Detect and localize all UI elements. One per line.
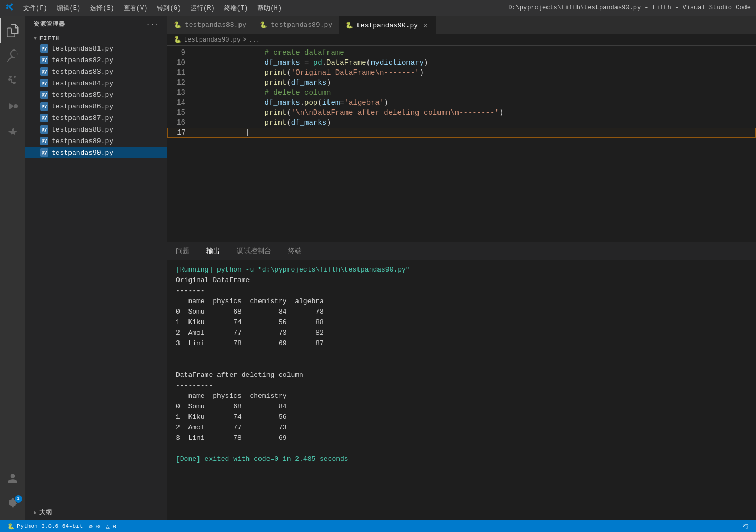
terminal-line: 3 Lini 78 69 [176,433,748,444]
text-cursor [247,129,248,136]
status-python[interactable]: 🐍 Python 3.8.6 64-bit [4,523,86,530]
menu-view[interactable]: 查看(V) [120,3,152,14]
activity-item-extensions[interactable] [0,119,25,144]
file-label: testpandas83.py [52,68,113,76]
python-file-icon: py [40,79,48,87]
panel-tab-problems[interactable]: 问题 [167,242,198,260]
line-number: 10 [167,58,194,68]
terminal-line: Original DataFrame [176,275,748,286]
file-label: testpandas82.py [52,56,113,64]
terminal-line: DataFrame after deleting column [176,370,748,380]
line-number: 12 [167,78,194,88]
sidebar-item-testpandas88[interactable]: py testpandas88.py [25,124,167,135]
tab-testpandas88[interactable]: 🐍 testpandas88.py [167,16,253,34]
code-content: 9 # create dataframe 10 df_marks = pd.Da… [167,46,756,242]
sidebar-item-testpandas90[interactable]: py testpandas90.py [25,147,167,158]
sidebar-item-testpandas82[interactable]: py testpandas82.py [25,54,167,66]
tree-root-fifth[interactable]: ▼ FIFTH [25,34,167,43]
code-editor[interactable]: 9 # create dataframe 10 df_marks = pd.Da… [167,46,756,242]
panel-tab-output[interactable]: 输出 [198,242,228,260]
line-number: 15 [167,108,194,118]
terminal-line: ------- [176,286,748,296]
status-errors[interactable]: ⊗ 0 [86,523,103,530]
activity-item-settings[interactable]: 1 [0,491,25,516]
terminal-line [176,349,748,359]
activity-item-run[interactable] [0,94,25,119]
activity-bar: 1 [0,16,25,520]
svg-point-0 [14,104,18,108]
menu-terminal[interactable]: 终端(T) [220,3,253,14]
menu-edit[interactable]: 编辑(E) [53,3,85,14]
tab-testpandas89[interactable]: 🐍 testpandas89.py [253,16,339,34]
panel-tab-terminal[interactable]: 终端 [280,242,310,260]
main-container: 1 资源管理器 ··· ▼ FIFTH py testpandas81.py [0,16,756,520]
python-file-icon: py [40,125,48,134]
sidebar-item-testpandas87[interactable]: py testpandas87.py [25,112,167,124]
terminal-line: --------- [176,380,748,391]
sidebar-item-testpandas89[interactable]: py testpandas89.py [25,135,167,147]
file-label: testpandas90.py [52,149,113,157]
file-label: testpandas86.py [52,103,113,111]
sidebar-item-testpandas84[interactable]: py testpandas84.py [25,77,167,89]
terminal-line: 0 Somu 68 84 78 [176,307,748,317]
menu-file[interactable]: 文件(F) [19,3,52,14]
chevron-down-icon: ▼ [34,36,37,42]
menu-select[interactable]: 选择(S) [86,3,118,14]
sidebar-title: 资源管理器 [34,20,65,28]
line-number: 17 [168,128,194,138]
activity-item-account[interactable] [0,466,25,491]
terminal-line: name physics chemistry algebra [176,296,748,307]
sidebar: 资源管理器 ··· ▼ FIFTH py testpandas81.py py … [25,16,167,520]
line-number: 9 [167,48,194,58]
activity-item-source-control[interactable] [0,68,25,94]
menu-help[interactable]: 帮助(H) [253,3,286,14]
sidebar-item-testpandas85[interactable]: py testpandas85.py [25,89,167,101]
status-line-label[interactable]: 行 [740,523,752,530]
sidebar-actions[interactable]: ··· [146,21,158,27]
activity-item-search[interactable] [0,43,25,68]
sidebar-item-testpandas81[interactable]: py testpandas81.py [25,43,167,54]
python-file-icon: py [40,91,48,99]
terminal-line [176,359,748,370]
file-label: testpandas84.py [52,79,113,87]
menu-bar: 文件(F) 编辑(E) 选择(S) 查看(V) 转到(G) 运行(R) 终端(T… [19,3,286,14]
menu-goto[interactable]: 转到(G) [153,3,185,14]
tab-close-button[interactable]: ✕ [421,21,430,29]
python-tab-icon: 🐍 [345,22,353,29]
titlebar: 文件(F) 编辑(E) 选择(S) 查看(V) 转到(G) 运行(R) 终端(T… [0,0,756,16]
python-breadcrumb-icon: 🐍 [174,36,182,44]
outline-header[interactable]: ▶ 大纲 [25,506,167,518]
terminal-line: 1 Kiku 74 56 [176,412,748,423]
terminal-line: 1 Kiku 74 56 88 [176,317,748,328]
file-label: testpandas81.py [52,45,113,53]
tab-testpandas90[interactable]: 🐍 testpandas90.py ✕ [339,16,436,34]
breadcrumb-separator: > [243,36,246,44]
activity-item-explorer[interactable] [0,18,25,43]
line-number: 14 [167,98,194,108]
outline-label: 大纲 [39,508,52,516]
root-folder-label: FIFTH [39,35,59,42]
file-label: testpandas88.py [52,126,113,134]
activity-bar-bottom: 1 [0,466,25,520]
panel-tab-debug-console[interactable]: 调试控制台 [228,242,280,260]
status-bar-right: 行 [740,523,752,530]
status-warnings[interactable]: △ 0 [103,523,120,530]
line-number: 11 [167,68,194,78]
warnings-label: △ 0 [106,523,116,530]
status-bar: 🐍 Python 3.8.6 64-bit ⊗ 0 △ 0 行 [0,520,756,532]
panel-content: [Running] python -u "d:\pyprojects\fifth… [167,260,756,520]
terminal-line: [Running] python -u "d:\pyprojects\fifth… [176,265,748,275]
terminal-line: 2 Amol 77 73 82 [176,328,748,338]
line-content [194,118,755,148]
more-actions-icon[interactable]: ··· [146,21,158,27]
file-label: testpandas85.py [52,91,113,99]
sidebar-item-testpandas83[interactable]: py testpandas83.py [25,66,167,77]
menu-run[interactable]: 运行(R) [186,3,219,14]
file-tree: ▼ FIFTH py testpandas81.py py testpandas… [25,32,167,504]
terminal-line [176,444,748,454]
sidebar-item-testpandas86[interactable]: py testpandas86.py [25,101,167,112]
python-file-icon: py [40,114,48,122]
panel-tab-bar: 问题 输出 调试控制台 终端 [167,242,756,260]
tab-label: testpandas89.py [271,21,332,29]
editor-area: 🐍 testpandas88.py 🐍 testpandas89.py 🐍 te… [167,16,756,520]
